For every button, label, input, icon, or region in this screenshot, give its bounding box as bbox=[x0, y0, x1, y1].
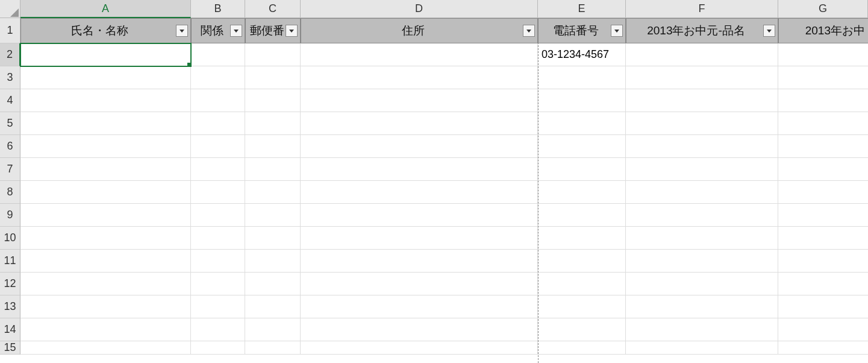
row-header-7[interactable]: 7 bbox=[0, 158, 20, 181]
cell-G9[interactable] bbox=[778, 204, 868, 227]
cell-F8[interactable] bbox=[626, 181, 778, 204]
cell-B13[interactable] bbox=[191, 295, 245, 318]
cell-E5[interactable] bbox=[538, 112, 626, 135]
row-header-6[interactable]: 6 bbox=[0, 135, 20, 158]
cell-A12[interactable] bbox=[20, 273, 191, 295]
cell-C4[interactable] bbox=[245, 89, 301, 112]
filter-header-A[interactable]: 氏名・名称 bbox=[20, 18, 191, 43]
cell-C14[interactable] bbox=[245, 318, 301, 341]
cell-C7[interactable] bbox=[245, 158, 301, 181]
cell-D9[interactable] bbox=[301, 204, 538, 227]
cell-D8[interactable] bbox=[301, 181, 538, 204]
cell-D4[interactable] bbox=[301, 89, 538, 112]
cell-E12[interactable] bbox=[538, 273, 626, 295]
cell-D3[interactable] bbox=[301, 66, 538, 89]
cell-E3[interactable] bbox=[538, 66, 626, 89]
cell-C13[interactable] bbox=[245, 295, 301, 318]
cell-D11[interactable] bbox=[301, 250, 538, 273]
cell-C8[interactable] bbox=[245, 181, 301, 204]
cell-D12[interactable] bbox=[301, 273, 538, 295]
cell-F12[interactable] bbox=[626, 273, 778, 295]
cell-C10[interactable] bbox=[245, 227, 301, 250]
row-header-5[interactable]: 5 bbox=[0, 112, 20, 135]
cell-E6[interactable] bbox=[538, 135, 626, 158]
cell-A7[interactable] bbox=[20, 158, 191, 181]
cell-G11[interactable] bbox=[778, 250, 868, 273]
row-header-8[interactable]: 8 bbox=[0, 181, 20, 204]
row-header-14[interactable]: 14 bbox=[0, 318, 20, 341]
cell-E9[interactable] bbox=[538, 204, 626, 227]
cell-E14[interactable] bbox=[538, 318, 626, 341]
cell-B8[interactable] bbox=[191, 181, 245, 204]
cell-E8[interactable] bbox=[538, 181, 626, 204]
col-header-F[interactable]: F bbox=[626, 0, 778, 18]
cell-F11[interactable] bbox=[626, 250, 778, 273]
filter-dropdown-icon[interactable] bbox=[523, 25, 535, 37]
cell-E7[interactable] bbox=[538, 158, 626, 181]
cell-G6[interactable] bbox=[778, 135, 868, 158]
cell-B2[interactable] bbox=[191, 43, 245, 66]
filter-dropdown-icon[interactable] bbox=[763, 25, 775, 37]
filter-dropdown-icon[interactable] bbox=[230, 25, 242, 37]
col-header-D[interactable]: D bbox=[301, 0, 538, 18]
cell-D6[interactable] bbox=[301, 135, 538, 158]
col-header-B[interactable]: B bbox=[191, 0, 245, 18]
cell-A13[interactable] bbox=[20, 295, 191, 318]
cell-F10[interactable] bbox=[626, 227, 778, 250]
cell-C6[interactable] bbox=[245, 135, 301, 158]
cell-G7[interactable] bbox=[778, 158, 868, 181]
cell-F14[interactable] bbox=[626, 318, 778, 341]
cell-B9[interactable] bbox=[191, 204, 245, 227]
cell-C11[interactable] bbox=[245, 250, 301, 273]
cell-A9[interactable] bbox=[20, 204, 191, 227]
cell-G15[interactable] bbox=[778, 341, 868, 355]
cell-C15[interactable] bbox=[245, 341, 301, 355]
cell-F13[interactable] bbox=[626, 295, 778, 318]
cell-A2[interactable] bbox=[20, 43, 191, 66]
cell-F3[interactable] bbox=[626, 66, 778, 89]
row-header-12[interactable]: 12 bbox=[0, 273, 20, 295]
cell-D15[interactable] bbox=[301, 341, 538, 355]
cell-B12[interactable] bbox=[191, 273, 245, 295]
cell-D2[interactable] bbox=[301, 43, 538, 66]
filter-header-B[interactable]: 関係 bbox=[191, 18, 245, 43]
cell-G12[interactable] bbox=[778, 273, 868, 295]
row-header-15[interactable]: 15 bbox=[0, 341, 20, 355]
row-header-3[interactable]: 3 bbox=[0, 66, 20, 89]
cell-F4[interactable] bbox=[626, 89, 778, 112]
cell-C2[interactable] bbox=[245, 43, 301, 66]
col-header-G[interactable]: G bbox=[778, 0, 868, 18]
cell-A6[interactable] bbox=[20, 135, 191, 158]
select-all-corner[interactable] bbox=[0, 0, 20, 18]
cell-E15[interactable] bbox=[538, 341, 626, 355]
cell-G2[interactable] bbox=[778, 43, 868, 66]
cell-E4[interactable] bbox=[538, 89, 626, 112]
cell-A14[interactable] bbox=[20, 318, 191, 341]
cell-A10[interactable] bbox=[20, 227, 191, 250]
cell-E13[interactable] bbox=[538, 295, 626, 318]
cell-A3[interactable] bbox=[20, 66, 191, 89]
cell-B7[interactable] bbox=[191, 158, 245, 181]
cell-D10[interactable] bbox=[301, 227, 538, 250]
row-header-13[interactable]: 13 bbox=[0, 295, 20, 318]
row-header-11[interactable]: 11 bbox=[0, 250, 20, 273]
row-header-9[interactable]: 9 bbox=[0, 204, 20, 227]
filter-header-D[interactable]: 住所 bbox=[301, 18, 538, 43]
cell-D14[interactable] bbox=[301, 318, 538, 341]
cell-E10[interactable] bbox=[538, 227, 626, 250]
cell-F6[interactable] bbox=[626, 135, 778, 158]
cell-A5[interactable] bbox=[20, 112, 191, 135]
cell-B6[interactable] bbox=[191, 135, 245, 158]
cell-B3[interactable] bbox=[191, 66, 245, 89]
cell-E11[interactable] bbox=[538, 250, 626, 273]
cell-B10[interactable] bbox=[191, 227, 245, 250]
cell-E2[interactable]: 03-1234-4567 bbox=[538, 43, 626, 66]
cell-G5[interactable] bbox=[778, 112, 868, 135]
cell-C5[interactable] bbox=[245, 112, 301, 135]
filter-header-E[interactable]: 電話番号 bbox=[538, 18, 626, 43]
cell-C3[interactable] bbox=[245, 66, 301, 89]
col-header-E[interactable]: E bbox=[538, 0, 626, 18]
cell-A11[interactable] bbox=[20, 250, 191, 273]
cell-C9[interactable] bbox=[245, 204, 301, 227]
cell-D13[interactable] bbox=[301, 295, 538, 318]
